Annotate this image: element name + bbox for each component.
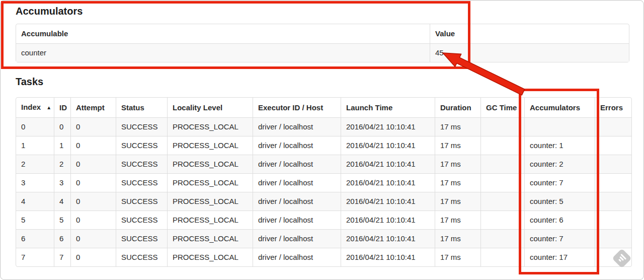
cell-index: 6 bbox=[16, 229, 54, 248]
cell-id: 2 bbox=[54, 155, 70, 173]
table-row: 000SUCCESSPROCESS_LOCALdriver / localhos… bbox=[16, 117, 631, 136]
cell-executor-id-host: driver / localhost bbox=[253, 155, 341, 173]
spark-stage-page: Accumulators AccumulableValuecounter45 T… bbox=[0, 0, 644, 280]
header-row: AccumulableValue bbox=[16, 24, 629, 43]
cell-duration: 17 ms bbox=[435, 192, 480, 211]
column-header-value[interactable]: Value bbox=[430, 24, 629, 43]
cell-duration: 17 ms bbox=[435, 248, 480, 266]
cell-executor-id-host: driver / localhost bbox=[253, 248, 341, 266]
cell-duration: 17 ms bbox=[435, 229, 480, 248]
cell-status: SUCCESS bbox=[116, 192, 167, 211]
cell-launch-time: 2016/04/21 10:10:41 bbox=[341, 155, 435, 173]
cell-id: 6 bbox=[54, 229, 70, 248]
cell-launch-time: 2016/04/21 10:10:41 bbox=[341, 136, 435, 155]
cell-errors bbox=[595, 117, 631, 136]
column-header-gc-time[interactable]: GC Time bbox=[480, 98, 524, 117]
cell-errors bbox=[595, 155, 631, 173]
cell-status: SUCCESS bbox=[116, 229, 167, 248]
table-row: 550SUCCESSPROCESS_LOCALdriver / localhos… bbox=[16, 211, 631, 229]
cell-id: 1 bbox=[54, 136, 70, 155]
cell-accumulators bbox=[524, 117, 595, 136]
cell-executor-id-host: driver / localhost bbox=[253, 211, 341, 229]
cell-accumulators: counter: 7 bbox=[524, 229, 595, 248]
cell-executor-id-host: driver / localhost bbox=[253, 229, 341, 248]
cell-id: 4 bbox=[54, 192, 70, 211]
column-header-index[interactable]: Index▲ bbox=[16, 98, 54, 117]
cell-errors bbox=[595, 211, 631, 229]
cell-index: 4 bbox=[16, 192, 54, 211]
cell-accumulators: counter: 2 bbox=[524, 155, 595, 173]
cell-gc-time bbox=[480, 117, 524, 136]
cell-locality-level: PROCESS_LOCAL bbox=[167, 117, 253, 136]
cell-index: 3 bbox=[16, 173, 54, 192]
cell-locality-level: PROCESS_LOCAL bbox=[167, 211, 253, 229]
table-row: 660SUCCESSPROCESS_LOCALdriver / localhos… bbox=[16, 229, 631, 248]
cell-duration: 17 ms bbox=[435, 155, 480, 173]
table-row: 220SUCCESSPROCESS_LOCALdriver / localhos… bbox=[16, 155, 631, 173]
cell-index: 0 bbox=[16, 117, 54, 136]
cell-id: 5 bbox=[54, 211, 70, 229]
cell-attempt: 0 bbox=[70, 136, 116, 155]
cell-executor-id-host: driver / localhost bbox=[253, 117, 341, 136]
column-header-id[interactable]: ID bbox=[54, 98, 70, 117]
cell-accumulable: counter bbox=[16, 43, 430, 62]
cell-gc-time bbox=[480, 211, 524, 229]
column-header-status[interactable]: Status bbox=[116, 98, 167, 117]
accumulators-heading: Accumulators bbox=[16, 5, 643, 17]
cell-duration: 17 ms bbox=[435, 136, 480, 155]
table-row: 770SUCCESSPROCESS_LOCALdriver / localhos… bbox=[16, 248, 631, 266]
cell-executor-id-host: driver / localhost bbox=[253, 136, 341, 155]
column-header-locality-level[interactable]: Locality Level bbox=[167, 98, 253, 117]
cell-id: 7 bbox=[54, 248, 70, 266]
cell-launch-time: 2016/04/21 10:10:41 bbox=[341, 173, 435, 192]
cell-errors bbox=[595, 192, 631, 211]
cell-launch-time: 2016/04/21 10:10:41 bbox=[341, 229, 435, 248]
tasks-heading: Tasks bbox=[16, 76, 643, 88]
cell-status: SUCCESS bbox=[116, 155, 167, 173]
column-header-errors[interactable]: Errors bbox=[595, 98, 631, 117]
cell-status: SUCCESS bbox=[116, 248, 167, 266]
cell-launch-time: 2016/04/21 10:10:41 bbox=[341, 117, 435, 136]
cell-index: 5 bbox=[16, 211, 54, 229]
cell-locality-level: PROCESS_LOCAL bbox=[167, 192, 253, 211]
cell-executor-id-host: driver / localhost bbox=[253, 192, 341, 211]
cell-launch-time: 2016/04/21 10:10:41 bbox=[341, 192, 435, 211]
table-row: 440SUCCESSPROCESS_LOCALdriver / localhos… bbox=[16, 192, 631, 211]
cell-status: SUCCESS bbox=[116, 117, 167, 136]
column-header-attempt[interactable]: Attempt bbox=[70, 98, 116, 117]
cell-attempt: 0 bbox=[70, 155, 116, 173]
cell-accumulators: counter: 7 bbox=[524, 173, 595, 192]
cell-locality-level: PROCESS_LOCAL bbox=[167, 248, 253, 266]
cell-accumulators: counter: 17 bbox=[524, 248, 595, 266]
cell-launch-time: 2016/04/21 10:10:41 bbox=[341, 211, 435, 229]
cell-attempt: 0 bbox=[70, 211, 116, 229]
cell-accumulators: counter: 5 bbox=[524, 192, 595, 211]
accumulable-table: AccumulableValuecounter45 bbox=[16, 24, 629, 62]
table-row: 110SUCCESSPROCESS_LOCALdriver / localhos… bbox=[16, 136, 631, 155]
column-header-launch-time[interactable]: Launch Time bbox=[341, 98, 435, 117]
cell-locality-level: PROCESS_LOCAL bbox=[167, 173, 253, 192]
cell-gc-time bbox=[480, 136, 524, 155]
cell-attempt: 0 bbox=[70, 117, 116, 136]
cell-errors bbox=[595, 173, 631, 192]
cell-gc-time bbox=[480, 192, 524, 211]
cell-gc-time bbox=[480, 248, 524, 266]
cell-id: 0 bbox=[54, 117, 70, 136]
table-row: 330SUCCESSPROCESS_LOCALdriver / localhos… bbox=[16, 173, 631, 192]
cell-status: SUCCESS bbox=[116, 173, 167, 192]
cell-id: 3 bbox=[54, 173, 70, 192]
cell-accumulators: counter: 6 bbox=[524, 211, 595, 229]
column-header-accumulable[interactable]: Accumulable bbox=[16, 24, 430, 43]
cell-executor-id-host: driver / localhost bbox=[253, 173, 341, 192]
cell-gc-time bbox=[480, 173, 524, 192]
cell-index: 7 bbox=[16, 248, 54, 266]
cell-status: SUCCESS bbox=[116, 211, 167, 229]
column-header-accumulators[interactable]: Accumulators bbox=[524, 98, 595, 117]
column-header-duration[interactable]: Duration bbox=[435, 98, 480, 117]
column-header-executor-id-host[interactable]: Executor ID / Host bbox=[253, 98, 341, 117]
cell-locality-level: PROCESS_LOCAL bbox=[167, 229, 253, 248]
cell-duration: 17 ms bbox=[435, 117, 480, 136]
cell-attempt: 0 bbox=[70, 192, 116, 211]
cell-index: 1 bbox=[16, 136, 54, 155]
cell-attempt: 0 bbox=[70, 248, 116, 266]
